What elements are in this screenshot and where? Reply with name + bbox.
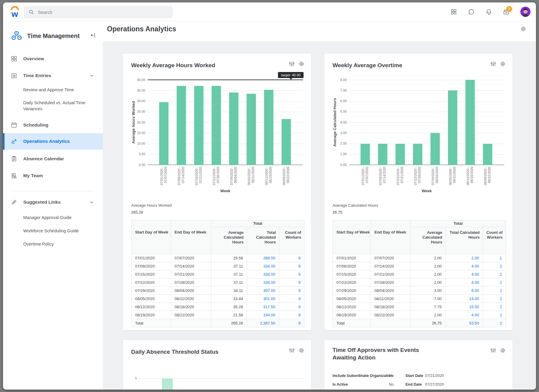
x-tick-label: 08/09/2020 -08/22/2020 — [484, 167, 491, 188]
page-header: Operations Analytics — [103, 21, 536, 41]
field-label: Is Active — [333, 382, 348, 387]
cell-link[interactable]: 334.00 — [247, 278, 279, 287]
cell-link[interactable]: 2,387.50 — [247, 319, 279, 327]
workday-logo-icon[interactable]: w — [10, 5, 20, 18]
bar[interactable] — [378, 144, 387, 165]
cell-link[interactable]: 9 — [279, 262, 304, 270]
table-row: 07/15/202007/21/202037.11334.009 — [131, 270, 304, 278]
cell-link[interactable]: 9 — [279, 254, 304, 262]
inbox-tray-icon[interactable]: 7 — [503, 8, 509, 15]
gridline — [349, 154, 504, 155]
bar[interactable] — [177, 86, 186, 165]
grid-icon — [11, 56, 17, 62]
sidebar-item-overview[interactable]: Overview — [3, 52, 103, 65]
sidebar-subitem-daily-scheduled-vs-actual-time-variances[interactable]: Daily Scheduled vs. Actual Time Variance… — [3, 99, 103, 113]
x-tick-label: 08/05/2020 -08/11/2020 — [247, 167, 255, 188]
sidebar-subitem-manager-approval-guide[interactable]: Manager Approval Guide — [3, 212, 103, 223]
cell-link[interactable]: 301.00 — [247, 295, 279, 303]
sidebar-item-operations-analytics[interactable]: Operations Analytics — [3, 133, 103, 150]
cell-link[interactable]: 317.50 — [247, 303, 279, 311]
collapse-panel-icon[interactable] — [90, 32, 96, 39]
sidebar-item-suggested-links[interactable]: Suggested Links — [3, 196, 103, 209]
field-row: Is Active No End Date 07/27/2020 — [333, 380, 501, 389]
cell-link[interactable]: 4.00 — [446, 262, 483, 270]
cell-link[interactable]: 2 — [483, 287, 506, 295]
sidebar-item-scheduling[interactable]: Scheduling — [3, 118, 103, 132]
cell-link[interactable]: 4.00 — [446, 270, 483, 278]
bar[interactable] — [448, 90, 457, 165]
bar[interactable] — [229, 93, 238, 165]
card-title-line1: Time Off Approvers with Events — [333, 346, 419, 354]
cell-link[interactable]: 2 — [483, 303, 506, 311]
search-input[interactable] — [37, 9, 165, 15]
cell — [371, 319, 411, 327]
sidebar-subitem-workforce-scheduling-guide[interactable]: Workforce Scheduling Guide — [3, 226, 103, 236]
cell-link[interactable]: 15.50 — [446, 303, 483, 311]
time-entries-icon — [11, 73, 17, 79]
cell-link[interactable]: 334.00 — [247, 262, 279, 270]
gear-icon[interactable] — [500, 347, 506, 353]
sidebar-item-time-entries[interactable]: Time Entries — [3, 69, 103, 82]
cell-link[interactable]: 53.50 — [446, 319, 483, 327]
cell-link[interactable]: 9 — [279, 303, 304, 311]
cell-link[interactable]: 2 — [483, 270, 506, 278]
cell-link[interactable]: 2 — [483, 319, 506, 327]
notifications-bell-icon[interactable] — [485, 8, 492, 15]
cell-link[interactable]: 2 — [483, 262, 506, 270]
bar[interactable] — [159, 102, 169, 165]
page-settings-gear-icon[interactable] — [520, 26, 527, 33]
filters-icon[interactable] — [289, 347, 295, 353]
bar[interactable] — [212, 86, 221, 165]
cell-link[interactable]: 9 — [279, 295, 304, 303]
sidebar-subitem-review-and-approve-time[interactable]: Review and Approve Time — [3, 85, 103, 95]
bar[interactable] — [483, 144, 492, 165]
cell: 07/21/2020 — [171, 270, 211, 278]
bar[interactable] — [413, 144, 422, 165]
sidebar-item-label: Suggested Links — [23, 199, 61, 205]
bar[interactable] — [282, 119, 291, 165]
cell-link[interactable]: 9 — [279, 319, 304, 327]
cell-link[interactable]: 9 — [279, 278, 304, 287]
cell: Total — [333, 319, 371, 327]
chat-icon[interactable] — [468, 8, 474, 15]
cell-link[interactable]: 334.00 — [247, 270, 279, 278]
bar[interactable] — [396, 144, 405, 165]
bar[interactable] — [361, 144, 370, 165]
filters-icon[interactable] — [490, 347, 496, 353]
cell-link[interactable]: 4.00 — [446, 278, 483, 287]
cell-link[interactable]: 9 — [279, 270, 304, 278]
y-tick-label: 7.00 — [331, 89, 347, 92]
cell-link[interactable]: 266.00 — [247, 254, 279, 262]
bar[interactable] — [194, 86, 203, 165]
cell: 08/18/2020 — [171, 303, 211, 311]
cell: 07/08/2020 — [131, 262, 171, 270]
cell-link[interactable]: 2.00 — [446, 254, 483, 262]
cell-link[interactable]: 9 — [279, 311, 304, 319]
apps-grid-icon[interactable] — [450, 8, 457, 15]
cell-link[interactable]: 4.00 — [446, 311, 483, 319]
cell-link[interactable]: 2 — [483, 295, 506, 303]
sidebar-item-my-team[interactable]: My Team — [3, 169, 103, 182]
cell-link[interactable]: 14.00 — [446, 295, 483, 303]
bar[interactable] — [465, 80, 475, 165]
gear-icon[interactable] — [298, 347, 304, 353]
bar[interactable] — [430, 133, 440, 165]
gridline — [148, 133, 303, 133]
cell-link[interactable]: 6.00 — [446, 287, 483, 295]
sidebar-item-label: Scheduling — [23, 122, 49, 128]
cell-link[interactable]: 2 — [483, 311, 506, 319]
cell-link[interactable]: 9 — [279, 287, 304, 295]
bar[interactable] — [264, 90, 273, 165]
cell-link[interactable]: 194.00 — [247, 311, 279, 319]
user-avatar[interactable] — [520, 7, 531, 17]
y-axis-title: Average hours Worked — [131, 101, 136, 144]
sidebar-subitem-overtime-policy[interactable]: Overtime Policy — [3, 239, 103, 249]
bar[interactable] — [247, 94, 256, 165]
cell-link[interactable]: 2 — [483, 278, 506, 287]
absence-chart-bar[interactable] — [162, 378, 173, 390]
cell-link[interactable]: 307.00 — [247, 287, 279, 295]
cell: 07/29/2020 — [333, 287, 371, 295]
table-row: 08/12/202008/18/20207.7515.502 — [333, 303, 506, 311]
cell-link[interactable]: 1 — [483, 254, 506, 262]
sidebar-item-absence-calendar[interactable]: Absence Calendar — [3, 152, 103, 165]
